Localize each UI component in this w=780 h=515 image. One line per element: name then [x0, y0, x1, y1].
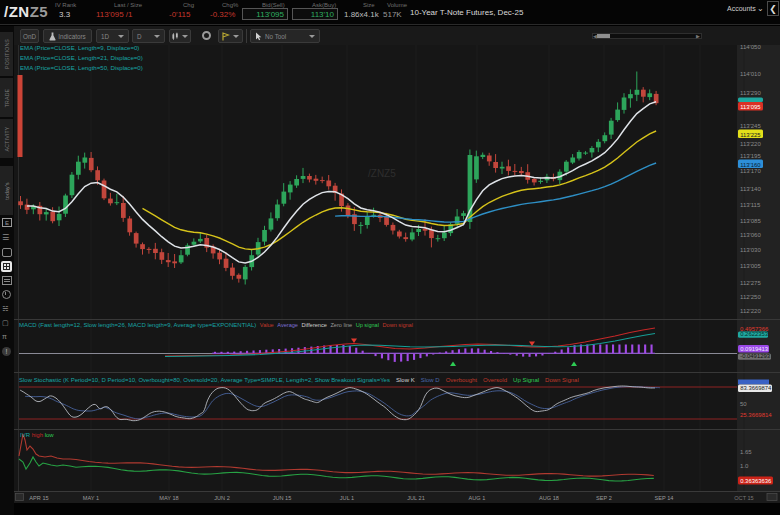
svg-text:113'170: 113'170 [740, 168, 761, 174]
svg-text:113'225: 113'225 [740, 132, 761, 138]
svg-text:50: 50 [740, 401, 747, 407]
svg-text:EMA (Price=CLOSE, Length=50, D: EMA (Price=CLOSE, Length=50, Displace=0) [20, 64, 143, 71]
svg-text:113'115: 113'115 [740, 202, 761, 208]
svg-text:113'030: 113'030 [740, 247, 761, 253]
svg-text:/ZNZ5: /ZNZ5 [368, 168, 396, 179]
svg-text:SEP 2: SEP 2 [596, 495, 612, 501]
svg-text:112'275: 112'275 [740, 280, 761, 286]
svg-text:114'010: 114'010 [740, 71, 761, 77]
svg-text:1.65: 1.65 [740, 449, 752, 455]
svg-text:113'245: 113'245 [740, 123, 761, 129]
svg-text:JUL 1: JUL 1 [340, 495, 354, 501]
svg-text:0.0919413: 0.0919413 [740, 346, 769, 352]
svg-text:OCT 15: OCT 15 [734, 495, 753, 501]
svg-text:JUN 2: JUN 2 [214, 495, 230, 501]
svg-text:112'220: 112'220 [740, 308, 761, 314]
svg-text:114'050: 114'050 [740, 44, 761, 50]
svg-text:EMA (Price=CLOSE, Length=9, Di: EMA (Price=CLOSE, Length=9, Displace=0) [20, 44, 139, 51]
svg-text:1.0: 1.0 [740, 463, 749, 469]
svg-text:Slow Stochastic (K Period=10,: Slow Stochastic (K Period=10, D Period=1… [19, 377, 579, 383]
svg-text:MAY 1: MAY 1 [83, 495, 99, 501]
svg-text:AUG 18: AUG 18 [539, 495, 559, 501]
svg-text:25.3669814: 25.3669814 [740, 412, 772, 418]
svg-text:0.2622353: 0.2622353 [740, 331, 769, 337]
svg-text:113'160: 113'160 [740, 162, 761, 168]
svg-text:APR 15: APR 15 [29, 495, 48, 501]
svg-text:0.36363636: 0.36363636 [740, 478, 772, 484]
svg-text:112'250: 112'250 [740, 294, 761, 300]
svg-text:113'085: 113'085 [740, 218, 761, 224]
svg-text:83.3669874: 83.3669874 [740, 385, 772, 391]
svg-text:JUL 21: JUL 21 [407, 495, 425, 501]
svg-text:AUG 1: AUG 1 [469, 495, 486, 501]
svg-text:EMA (Price=CLOSE, Length=21, D: EMA (Price=CLOSE, Length=21, Displace=0) [20, 54, 143, 61]
svg-text:113'095: 113'095 [740, 104, 761, 110]
svg-text:113'005: 113'005 [740, 263, 761, 269]
svg-text:113'220: 113'220 [740, 141, 761, 147]
svg-text:-0.0491293: -0.0491293 [740, 353, 771, 359]
svg-text:JUN 15: JUN 15 [273, 495, 292, 501]
svg-text:113'140: 113'140 [740, 186, 761, 192]
svg-text:113'195: 113'195 [740, 153, 761, 159]
svg-text:SEP 14: SEP 14 [655, 495, 674, 501]
svg-text:IVR high low: IVR high low [20, 432, 54, 438]
svg-text:MAY 18: MAY 18 [159, 495, 178, 501]
svg-text:113'290: 113'290 [740, 90, 761, 96]
svg-text:113'060: 113'060 [740, 232, 761, 238]
